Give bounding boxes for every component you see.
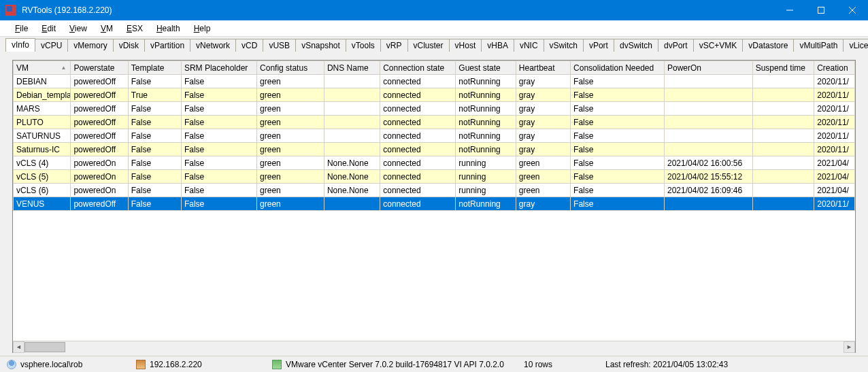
menu-edit[interactable]: Edit <box>35 22 63 35</box>
cell-po[interactable] <box>665 75 753 88</box>
cell-vm[interactable]: SATURNUS <box>14 129 71 143</box>
scroll-left-button[interactable]: ◄ <box>13 341 24 353</box>
cell-po[interactable]: 2021/04/02 16:09:46 <box>665 184 753 197</box>
cell-po[interactable] <box>665 116 753 129</box>
horizontal-scrollbar[interactable]: ◄ ► <box>13 341 855 352</box>
cell-gs[interactable]: running <box>456 184 516 197</box>
cell-conn[interactable]: connected <box>380 143 456 156</box>
cell-tpl[interactable]: False <box>128 102 181 116</box>
cell-cr[interactable]: 2020/11/ <box>814 129 855 143</box>
tab-vhba[interactable]: vHBA <box>481 39 514 52</box>
tab-vpartition[interactable]: vPartition <box>144 39 190 52</box>
cell-st[interactable] <box>752 143 814 156</box>
cell-vm[interactable]: MARS <box>14 102 71 116</box>
cell-srm[interactable]: False <box>181 129 256 143</box>
cell-cfg[interactable]: green <box>257 184 324 197</box>
cell-hb[interactable]: gray <box>516 116 570 129</box>
menu-file[interactable]: File <box>8 22 35 35</box>
scroll-thumb[interactable] <box>24 342 65 352</box>
cell-hb[interactable]: green <box>516 156 570 170</box>
cell-tpl[interactable]: False <box>128 116 181 129</box>
column-header[interactable]: DNS Name <box>324 61 380 75</box>
table-row[interactable]: Debian_templatepoweredOffTrueFalsegreenc… <box>14 88 855 102</box>
cell-vm[interactable]: DEBIAN <box>14 75 71 88</box>
cell-vm[interactable]: vCLS (6) <box>14 184 71 197</box>
cell-po[interactable]: 2021/04/02 16:00:56 <box>665 156 753 170</box>
column-header[interactable]: Powerstate <box>71 61 128 75</box>
cell-tpl[interactable]: False <box>128 75 181 88</box>
cell-cn[interactable]: False <box>571 75 665 88</box>
cell-ps[interactable]: poweredOff <box>71 102 128 116</box>
cell-cfg[interactable]: green <box>257 197 324 211</box>
cell-cr[interactable]: 2020/11/ <box>814 88 855 102</box>
cell-gs[interactable]: notRunning <box>456 129 516 143</box>
cell-hb[interactable]: gray <box>516 143 570 156</box>
tab-vcd[interactable]: vCD <box>235 39 263 52</box>
cell-tpl[interactable]: False <box>128 184 181 197</box>
cell-cn[interactable]: False <box>571 184 665 197</box>
cell-hb[interactable]: green <box>516 170 570 184</box>
close-button[interactable] <box>837 0 868 20</box>
cell-cn[interactable]: False <box>571 143 665 156</box>
cell-cn[interactable]: False <box>571 197 665 211</box>
tab-vhost[interactable]: vHost <box>449 39 482 52</box>
cell-cn[interactable]: False <box>571 116 665 129</box>
scroll-track[interactable] <box>24 341 844 353</box>
column-header[interactable]: Suspend time <box>752 61 814 75</box>
scroll-right-button[interactable]: ► <box>844 341 855 353</box>
cell-dns[interactable] <box>324 116 380 129</box>
tab-vnic[interactable]: vNIC <box>514 39 544 52</box>
table-row[interactable]: vCLS (5)poweredOnFalseFalsegreenNone.Non… <box>14 170 855 184</box>
cell-vm[interactable]: Debian_template <box>14 88 71 102</box>
column-header[interactable]: VM <box>14 61 71 75</box>
cell-cr[interactable]: 2021/04/ <box>814 184 855 197</box>
cell-vm[interactable]: Saturnus-IC <box>14 143 71 156</box>
cell-po[interactable]: 2021/04/02 15:55:12 <box>665 170 753 184</box>
column-header[interactable]: Consolidation Needed <box>571 61 665 75</box>
data-table[interactable]: VMPowerstateTemplateSRM PlaceholderConfi… <box>13 61 855 211</box>
cell-conn[interactable]: connected <box>380 88 456 102</box>
cell-hb[interactable]: gray <box>516 75 570 88</box>
table-row[interactable]: Saturnus-ICpoweredOffFalseFalsegreenconn… <box>14 143 855 156</box>
cell-srm[interactable]: False <box>181 184 256 197</box>
column-header[interactable]: Connection state <box>380 61 456 75</box>
cell-cfg[interactable]: green <box>257 102 324 116</box>
cell-ps[interactable]: poweredOn <box>71 170 128 184</box>
tab-vcluster[interactable]: vCluster <box>407 39 450 52</box>
cell-conn[interactable]: connected <box>380 156 456 170</box>
cell-srm[interactable]: False <box>181 75 256 88</box>
cell-hb[interactable]: gray <box>516 129 570 143</box>
cell-st[interactable] <box>752 88 814 102</box>
table-row[interactable]: VENUSpoweredOffFalseFalsegreenconnectedn… <box>14 197 855 211</box>
cell-po[interactable] <box>665 197 753 211</box>
cell-cfg[interactable]: green <box>257 143 324 156</box>
cell-tpl[interactable]: False <box>128 156 181 170</box>
cell-gs[interactable]: notRunning <box>456 75 516 88</box>
cell-ps[interactable]: poweredOff <box>71 88 128 102</box>
menu-health[interactable]: Health <box>150 22 187 35</box>
cell-cfg[interactable]: green <box>257 116 324 129</box>
cell-st[interactable] <box>752 156 814 170</box>
cell-srm[interactable]: False <box>181 116 256 129</box>
cell-hb[interactable]: gray <box>516 88 570 102</box>
tab-vusb[interactable]: vUSB <box>263 39 296 52</box>
cell-gs[interactable]: notRunning <box>456 102 516 116</box>
cell-tpl[interactable]: False <box>128 143 181 156</box>
cell-hb[interactable]: gray <box>516 197 570 211</box>
table-row[interactable]: DEBIANpoweredOffFalseFalsegreenconnected… <box>14 75 855 88</box>
tab-vtools[interactable]: vTools <box>346 39 381 52</box>
cell-cn[interactable]: False <box>571 156 665 170</box>
cell-st[interactable] <box>752 116 814 129</box>
cell-conn[interactable]: connected <box>380 170 456 184</box>
minimize-button[interactable] <box>774 0 805 20</box>
cell-vm[interactable]: PLUTO <box>14 116 71 129</box>
cell-po[interactable] <box>665 129 753 143</box>
cell-cfg[interactable]: green <box>257 75 324 88</box>
table-row[interactable]: vCLS (6)poweredOnFalseFalsegreenNone.Non… <box>14 184 855 197</box>
cell-st[interactable] <box>752 102 814 116</box>
cell-cfg[interactable]: green <box>257 129 324 143</box>
cell-cn[interactable]: False <box>571 88 665 102</box>
cell-gs[interactable]: running <box>456 170 516 184</box>
cell-cr[interactable]: 2021/04/ <box>814 156 855 170</box>
table-row[interactable]: PLUTOpoweredOffFalseFalsegreenconnectedn… <box>14 116 855 129</box>
